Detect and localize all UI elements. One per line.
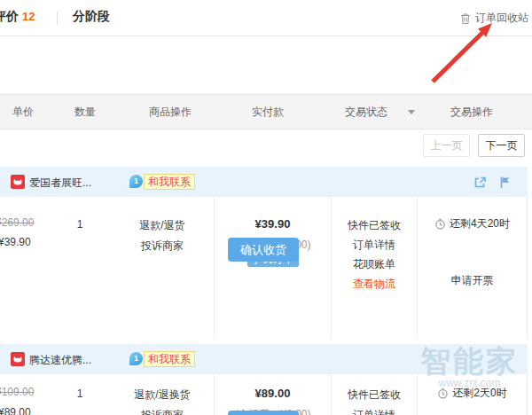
current-price: ¥89.00 — [0, 406, 31, 415]
order-2-body: ¥109.00 ¥89.00 1 退款/退换货 投诉商家 ¥89.00 (含运费… — [0, 374, 528, 415]
tab-review-label: 评价 — [0, 9, 19, 23]
shop-name-link[interactable]: 爱国者展旺... — [29, 176, 91, 191]
status-text: 快件已签收 — [332, 388, 417, 403]
order-1-body: ¥269.00 ¥39.90 1 退款/退货 投诉商家 ¥39.90 (含运费：… — [0, 197, 528, 338]
order-detail-link[interactable]: 订单详情 — [332, 238, 417, 253]
original-price: ¥109.00 — [0, 386, 34, 398]
request-invoice-link[interactable]: 申请开票 — [418, 273, 527, 288]
tab-staged[interactable]: 分阶段 — [73, 9, 110, 25]
huabei-bill-link[interactable]: 花呗账单 — [332, 257, 417, 272]
order-recycle-bin-link[interactable]: 订单回收站 — [459, 11, 528, 26]
col-quantity: 数量 — [74, 95, 96, 129]
order-2-header: 腾达速优腾... 1 和我联系 — [0, 344, 528, 374]
wangwang-icon[interactable]: 1 — [129, 175, 143, 188]
next-page-button[interactable]: 下一页 — [478, 134, 525, 157]
col-item-actions: 商品操作 — [149, 95, 192, 129]
countdown-text: 还剩2天0时 — [452, 386, 506, 401]
countdown: 还剩2天0时 — [418, 386, 527, 401]
clock-icon — [434, 218, 446, 230]
confirm-receipt-button[interactable]: 确认收货 — [228, 238, 299, 262]
tmall-icon — [11, 175, 25, 189]
wangwang-icon[interactable]: 1 — [129, 352, 143, 365]
order-1-header: 爱国者展旺... 1 和我联系 — [0, 167, 528, 197]
tab-review[interactable]: 评价12 — [0, 9, 35, 25]
flag-order-icon[interactable] — [497, 175, 512, 190]
quantity: 1 — [69, 388, 90, 400]
tmall-icon — [11, 352, 25, 366]
order-list-page: 评价12 分阶段 订单回收站 单价 数量 商品操作 实付款 交易状态 交易操作 … — [0, 0, 532, 415]
status-filter-caret-icon[interactable] — [408, 110, 415, 114]
countdown: 还剩4天20时 — [418, 216, 527, 231]
refund-link[interactable]: 退款/退换货 — [117, 388, 207, 403]
refund-link[interactable]: 退款/退货 — [122, 218, 202, 233]
col-trade-actions: 交易操作 — [450, 95, 493, 129]
order-detail-link[interactable]: 订单详情 — [332, 408, 417, 415]
tab-divider — [57, 12, 58, 25]
tab-review-count: 12 — [22, 10, 35, 23]
col-status: 交易状态 — [345, 95, 387, 129]
prev-page-button[interactable]: 上一页 — [423, 134, 470, 157]
contact-me-badge[interactable]: 和我联系 — [144, 351, 195, 367]
current-price: ¥39.90 — [0, 236, 31, 248]
recycle-bin-label: 订单回收站 — [475, 11, 528, 26]
quantity: 1 — [69, 218, 90, 231]
table-header: 单价 数量 商品操作 实付款 交易状态 交易操作 — [0, 94, 532, 129]
clock-icon — [437, 388, 449, 399]
original-price: ¥269.00 — [0, 216, 34, 229]
top-tab-bar: 评价12 分阶段 订单回收站 — [0, 0, 532, 36]
share-order-icon[interactable] — [473, 175, 488, 190]
status-text: 快件已签收 — [332, 218, 417, 233]
contact-me-badge[interactable]: 和我联系 — [144, 174, 195, 190]
confirm-receipt-button[interactable]: 确认收货 — [228, 411, 299, 415]
trash-icon — [459, 12, 472, 25]
complain-link[interactable]: 投诉商家 — [122, 239, 202, 254]
view-logistics-link[interactable]: 查看物流 — [332, 277, 417, 292]
paid-amount: ¥89.00 — [215, 387, 331, 400]
col-unit-price: 单价 — [12, 95, 34, 129]
countdown-text: 还剩4天20时 — [450, 216, 510, 231]
shop-name-link[interactable]: 腾达速优腾... — [29, 353, 91, 368]
complain-link[interactable]: 投诉商家 — [117, 408, 207, 415]
paid-amount: ¥39.90 — [215, 217, 331, 231]
col-paid: 实付款 — [252, 95, 284, 129]
